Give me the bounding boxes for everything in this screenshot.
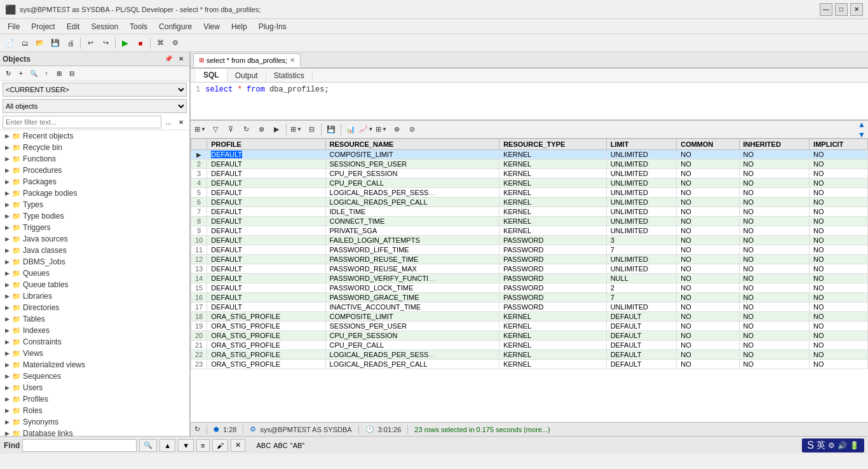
col-header-resource-name[interactable]: RESOURCE_NAME — [325, 139, 499, 150]
toolbar-new[interactable]: 📄 — [3, 36, 17, 50]
table-row[interactable]: 8DEFAULTCONNECT_TIMEKERNELUNLIMITEDNONON… — [191, 217, 868, 226]
toolbar-settings[interactable]: ⚙ — [168, 36, 182, 50]
object-type-selector[interactable]: All objects — [3, 99, 187, 113]
all-objects-select[interactable]: All objects — [3, 99, 187, 113]
table-row[interactable]: 21ORA_STIG_PROFILECPU_PER_CALLKERNELDEFA… — [191, 341, 868, 350]
menu-tools[interactable]: Tools — [125, 21, 153, 32]
toolbar-format[interactable]: ⌘ — [153, 36, 167, 50]
table-row[interactable]: 16DEFAULTPASSWORD_GRACE_TIMEPASSWORD7NON… — [191, 293, 868, 302]
result-filter2-btn[interactable]: ⊽ — [224, 123, 238, 137]
toolbar-open[interactable]: 📂 — [33, 36, 47, 50]
find-option-abc2[interactable]: ABC — [273, 442, 288, 449]
table-row[interactable]: 4DEFAULTCPU_PER_CALLKERNELUNLIMITEDNONON… — [191, 179, 868, 188]
table-row[interactable]: 22ORA_STIG_PROFILELOGICAL_READS_PER_SESS… — [191, 350, 868, 360]
filter-input[interactable] — [3, 116, 161, 128]
data-grid-container[interactable]: PROFILE RESOURCE_NAME RESOURCE_TYPE LIMI… — [191, 139, 868, 422]
find-option-abc[interactable]: ABC — [257, 442, 271, 449]
menu-view[interactable]: View — [198, 21, 225, 32]
close-button[interactable]: ✕ — [850, 3, 863, 16]
objects-panel-pin[interactable]: 📌 — [163, 53, 174, 65]
table-row[interactable]: ▶DEFAULTCOMPOSITE_LIMITKERNELUNLIMITEDNO… — [191, 150, 868, 160]
table-row[interactable]: 5DEFAULTLOGICAL_READS_PER_SESS…KERNELUNL… — [191, 188, 868, 198]
table-row[interactable]: 23ORA_STIG_PROFILELOGICAL_READS_PER_CALL… — [191, 360, 868, 369]
tree-item-libraries[interactable]: ▶ 📁 Libraries — [0, 290, 189, 302]
tree-item-queue-tables[interactable]: ▶ 📁 Queue tables — [0, 279, 189, 290]
obj-btn-up[interactable]: ↑ — [41, 68, 52, 79]
taskbar-icon-battery[interactable]: 🔋 — [850, 441, 859, 450]
objects-selector[interactable]: <CURRENT USER> — [3, 83, 187, 97]
result-refresh-btn[interactable]: ↻ — [239, 123, 253, 137]
maximize-button[interactable]: □ — [835, 3, 848, 16]
table-row[interactable]: 18ORA_STIG_PROFILECOMPOSITE_LIMITKERNELD… — [191, 312, 868, 322]
result-filter3-btn[interactable]: ⊘ — [405, 123, 419, 137]
tree-item-recycle-bin[interactable]: ▶ 📁 Recycle bin — [0, 142, 189, 153]
table-row[interactable]: 19ORA_STIG_PROFILESESSIONS_PER_USERKERNE… — [191, 322, 868, 331]
toolbar-redo[interactable]: ↪ — [98, 36, 112, 50]
table-row[interactable]: 12DEFAULTPASSWORD_REUSE_TIMEPASSWORDUNLI… — [191, 255, 868, 264]
tree-item-users[interactable]: ▶ 📁 Users — [0, 382, 189, 393]
result-table-btn[interactable]: ⊞ ▼ — [374, 123, 388, 137]
tree-item-directories[interactable]: ▶ 📁 Directories — [0, 302, 189, 313]
toolbar-undo[interactable]: ↩ — [83, 36, 97, 50]
taskbar-icon-lang[interactable]: 英 — [817, 440, 825, 451]
find-option-quoted[interactable]: "AB" — [290, 442, 304, 449]
minimize-button[interactable]: — — [820, 3, 832, 16]
tree-item-packages[interactable]: ▶ 📁 Packages — [0, 176, 189, 187]
scroll-down[interactable]: ▼ — [858, 130, 865, 139]
table-row[interactable]: 15DEFAULTPASSWORD_LOCK_TIMEPASSWORD2NONO… — [191, 283, 868, 293]
tree-item-sequences[interactable]: ▶ 📁 Sequences — [0, 370, 189, 382]
tree-item-synonyms[interactable]: ▶ 📁 Synonyms — [0, 416, 189, 428]
obj-btn-collapse[interactable]: ⊟ — [66, 68, 78, 79]
menu-project[interactable]: Project — [26, 21, 60, 32]
status-refresh-icon[interactable]: ↻ — [194, 425, 200, 433]
tree-item-type-bodies[interactable]: ▶ 📁 Type bodies — [0, 210, 189, 222]
tab-sql-query[interactable]: ⊞ select * from dba_profiles; ✕ — [193, 53, 301, 67]
toolbar-save[interactable]: 💾 — [48, 36, 62, 50]
col-header-rownum[interactable] — [191, 139, 207, 150]
obj-btn-find[interactable]: 🔍 — [28, 68, 39, 79]
table-row[interactable]: 17DEFAULTINACTIVE_ACCOUNT_TIMEPASSWORDUN… — [191, 302, 868, 312]
result-stop-btn[interactable]: ⊗ — [254, 123, 268, 137]
toolbar-print[interactable]: 🖨 — [64, 36, 78, 50]
table-row[interactable]: 13DEFAULTPASSWORD_REUSE_MAXPASSWORDUNLIM… — [191, 264, 868, 274]
obj-btn-refresh[interactable]: ↻ — [3, 68, 14, 79]
find-list-btn[interactable]: ≡ — [196, 439, 209, 452]
menu-session[interactable]: Session — [86, 21, 123, 32]
find-prev-btn[interactable]: ▲ — [159, 439, 175, 452]
col-header-resource-type[interactable]: RESOURCE_TYPE — [499, 139, 607, 150]
table-row[interactable]: 9DEFAULTPRIVATE_SGAKERNELUNLIMITEDNONONO — [191, 226, 868, 236]
tree-item-recent-objects[interactable]: ▶ 📁 Recent objects — [0, 130, 189, 142]
find-next-btn[interactable]: ▼ — [178, 439, 194, 452]
menu-configure[interactable]: Configure — [154, 21, 197, 32]
taskbar-icon-s[interactable]: S — [807, 440, 814, 451]
table-row[interactable]: 11DEFAULTPASSWORD_LIFE_TIMEPASSWORD7NONO… — [191, 245, 868, 255]
tree-item-java-classes[interactable]: ▶ 📁 Java classes — [0, 245, 189, 256]
col-header-implicit[interactable]: IMPLICIT — [810, 139, 868, 150]
taskbar-icon-network[interactable]: ⚙ — [828, 441, 835, 450]
table-row[interactable]: 20ORA_STIG_PROFILECPU_PER_SESSIONKERNELD… — [191, 331, 868, 341]
table-row[interactable]: 6DEFAULTLOGICAL_READS_PER_CALLKERNELUNLI… — [191, 198, 868, 207]
tree-item-views[interactable]: ▶ 📁 Views — [0, 348, 189, 359]
tree-item-types[interactable]: ▶ 📁 Types — [0, 199, 189, 210]
menu-edit[interactable]: Edit — [62, 21, 85, 32]
subtab-sql[interactable]: SQL — [196, 69, 227, 82]
current-user-select[interactable]: <CURRENT USER> — [3, 83, 187, 97]
toolbar-run[interactable]: ▶ — [118, 36, 132, 50]
col-header-common[interactable]: COMMON — [677, 139, 739, 150]
result-chart2-btn[interactable]: 📈 ▼ — [359, 123, 373, 137]
tree-item-functions[interactable]: ▶ 📁 Functions — [0, 153, 189, 165]
col-header-inherited[interactable]: INHERITED — [739, 139, 810, 150]
subtab-statistics[interactable]: Statistics — [266, 70, 313, 81]
col-header-profile[interactable]: PROFILE — [207, 139, 325, 150]
result-col-btn[interactable]: ⊟ — [304, 123, 318, 137]
table-row[interactable]: 7DEFAULTIDLE_TIMEKERNELUNLIMITEDNONONO — [191, 207, 868, 217]
toolbar-new-folder[interactable]: 🗂 — [18, 36, 32, 50]
scroll-up[interactable]: ▲ — [858, 120, 865, 129]
taskbar-icon-sound[interactable]: 🔊 — [837, 441, 847, 450]
result-run-btn[interactable]: ▶ — [269, 123, 283, 137]
obj-btn-expand[interactable]: ⊞ — [53, 68, 65, 79]
filter-clear-btn[interactable]: ✕ — [175, 116, 187, 128]
col-header-limit[interactable]: LIMIT — [606, 139, 677, 150]
tree-item-dbms-jobs[interactable]: ▶ 📁 DBMS_Jobs — [0, 256, 189, 268]
tree-item-tables[interactable]: ▶ 📁 Tables — [0, 313, 189, 325]
